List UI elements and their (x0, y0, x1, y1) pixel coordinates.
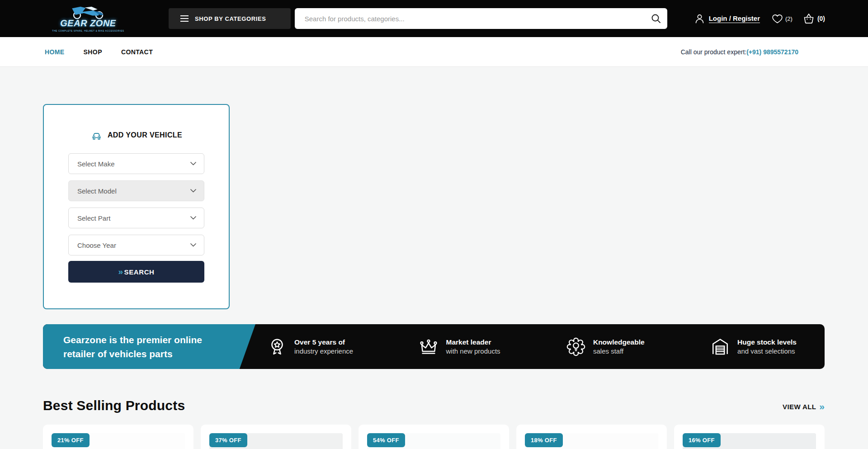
expert-phone-link[interactable]: (+91) 9895572170 (746, 48, 798, 56)
feature-subtitle: sales staff (593, 347, 645, 356)
vehicle-search-label: SEARCH (124, 268, 155, 276)
heart-icon (772, 14, 783, 24)
add-vehicle-title: ADD YOUR VEHICLE (108, 131, 182, 139)
add-vehicle-title-row: ADD YOUR VEHICLE (68, 129, 204, 141)
add-vehicle-panel: ADD YOUR VEHICLE Select Make Select Mode… (43, 104, 230, 309)
categories-button-label: SHOP BY CATEGORIES (195, 15, 266, 22)
wishlist-count: (2) (785, 15, 793, 22)
feature-experience: Over 5 years of industry experience (267, 336, 353, 357)
products-grid: 21% OFF 37% OFF 54% OFF 18% OFF 16% OFF (43, 425, 825, 449)
discount-badge: 16% OFF (683, 433, 721, 447)
discount-badge: 18% OFF (525, 433, 563, 447)
user-icon (694, 14, 705, 24)
feature-stock: Huge stock levels and vast selections (710, 336, 797, 357)
award-icon (267, 336, 288, 357)
banner-headline-line1: Gearzone is the premier online (63, 333, 226, 347)
idea-icon (566, 336, 586, 357)
nav-item-home[interactable]: HOME (45, 48, 65, 56)
product-card[interactable]: 54% OFF (359, 425, 509, 449)
feature-list: Over 5 years of industry experience Mark… (267, 336, 797, 357)
product-card[interactable]: 21% OFF (43, 425, 193, 449)
discount-badge: 21% OFF (52, 433, 90, 447)
car-icon (90, 129, 103, 141)
double-chevron-icon: » (118, 267, 123, 276)
expert-label: Call our product expert: (681, 48, 747, 56)
logo[interactable]: GEAR ZONE THE COMPLETE SPARE, HELMET & B… (58, 5, 118, 32)
select-part-value: Select Part (77, 214, 110, 222)
product-card[interactable]: 16% OFF (674, 425, 825, 449)
login-register-label: Login / Register (709, 14, 760, 23)
shop-by-categories-button[interactable]: SHOP BY CATEGORIES (169, 8, 291, 29)
banner-headline: Gearzone is the premier online retailer … (43, 333, 226, 361)
warehouse-icon (710, 336, 731, 357)
feature-market-leader: Market leader with new products (418, 336, 500, 357)
view-all-label: VIEW ALL (783, 403, 816, 411)
select-part-dropdown[interactable]: Select Part (68, 208, 204, 228)
logo-text: GEAR ZONE (60, 18, 116, 28)
feature-title: Over 5 years of (294, 337, 353, 347)
discount-badge: 54% OFF (367, 433, 405, 447)
cart-count: (0) (817, 15, 825, 22)
wishlist-button[interactable]: (2) (772, 14, 793, 24)
discount-badge: 37% OFF (209, 433, 247, 447)
view-all-link[interactable]: VIEW ALL » (783, 402, 825, 413)
account-area: Login / Register (2) (0) (694, 13, 825, 24)
search-icon (651, 14, 661, 24)
select-make-value: Select Make (77, 160, 115, 168)
nav-links: HOME SHOP CONTACT (43, 48, 153, 56)
feature-knowledgeable: Knowledgeable sales staff (566, 336, 645, 357)
select-model-dropdown[interactable]: Select Model (68, 180, 204, 201)
search-input[interactable] (305, 15, 651, 23)
nav-item-shop[interactable]: SHOP (84, 48, 102, 56)
top-header: GEAR ZONE THE COMPLETE SPARE, HELMET & B… (0, 0, 868, 37)
best-selling-header: Best Selling Products VIEW ALL » (43, 398, 825, 413)
select-model-value: Select Model (77, 187, 117, 195)
search-submit-button[interactable] (651, 14, 661, 24)
cart-button[interactable]: (0) (802, 13, 825, 24)
feature-title: Market leader (446, 337, 500, 347)
feature-subtitle: industry experience (294, 347, 353, 356)
nav-item-contact[interactable]: CONTACT (121, 48, 153, 56)
choose-year-value: Choose Year (77, 241, 116, 249)
logo-motorcycle-icon (66, 5, 110, 19)
banner-headline-line2: retailer of vehicles parts (63, 347, 226, 361)
select-make-dropdown[interactable]: Select Make (68, 153, 204, 174)
chevron-down-icon (190, 189, 196, 193)
chevron-down-icon (190, 162, 196, 165)
section-title: Best Selling Products (43, 398, 185, 413)
basket-icon (802, 13, 815, 24)
product-card[interactable]: 18% OFF (516, 425, 667, 449)
feature-title: Huge stock levels (737, 337, 797, 347)
choose-year-dropdown[interactable]: Choose Year (68, 235, 204, 255)
chevron-down-icon (190, 243, 196, 247)
double-chevron-icon: » (819, 402, 825, 411)
crown-icon (418, 336, 439, 357)
chevron-down-icon (190, 216, 196, 220)
product-card[interactable]: 37% OFF (201, 425, 351, 449)
feature-subtitle: with new products (446, 347, 500, 356)
product-expert-callout: Call our product expert:(+91) 9895572170 (681, 48, 798, 56)
hamburger-icon (180, 15, 189, 22)
features-banner: Gearzone is the premier online retailer … (43, 324, 825, 369)
vehicle-search-button[interactable]: » SEARCH (68, 261, 204, 283)
login-register-link[interactable]: Login / Register (694, 14, 760, 24)
main-nav: HOME SHOP CONTACT Call our product exper… (0, 37, 868, 67)
logo-tagline: THE COMPLETE SPARE, HELMET & BIKE ACCESS… (52, 29, 124, 32)
feature-title: Knowledgeable (593, 337, 645, 347)
search-bar (295, 8, 667, 29)
feature-subtitle: and vast selections (737, 347, 797, 356)
